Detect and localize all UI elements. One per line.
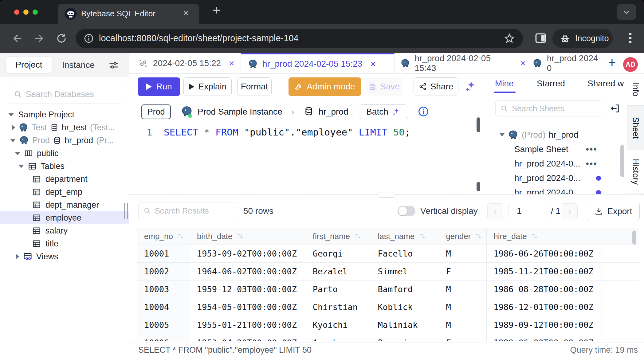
sidebar-resize-handle[interactable]	[124, 203, 128, 219]
bookmark-star-icon[interactable]	[504, 33, 515, 44]
close-tab-icon[interactable]: ×	[370, 59, 376, 69]
editor-scrollbar-thumb-2[interactable]	[477, 182, 480, 191]
url-bar[interactable]: localhost:8080/sql-editor/sheet/project-…	[76, 29, 523, 48]
forward-icon[interactable]	[33, 33, 45, 44]
cell-hire-date[interactable]: 1989-09-12T00:00:00Z	[487, 316, 602, 334]
strip-tab-info[interactable]: Info	[627, 74, 644, 106]
sort-icon[interactable]	[418, 233, 426, 241]
chevron-down-icon[interactable]	[8, 113, 14, 116]
cell-hire-date[interactable]: 1985-11-21T00:00:00Z	[487, 263, 602, 280]
chevron-down-icon[interactable]	[15, 152, 20, 155]
tab-instance[interactable]: Instance	[62, 60, 95, 70]
column-header[interactable]: last_name	[371, 228, 439, 245]
save-button[interactable]: Save	[366, 77, 402, 96]
filter-sliders-icon[interactable]	[108, 60, 119, 71]
cell-hire-date[interactable]: 1989-06-02T00:00:00Z	[487, 334, 602, 341]
search-sheets-box[interactable]	[495, 100, 602, 116]
cell-birth-date[interactable]: 1953-09-02T00:00:00Z	[190, 245, 306, 263]
sheet-tree-database[interactable]: (Prod) hr_prod	[491, 128, 620, 142]
cell-hire-date[interactable]: 1986-06-26T00:00:00Z	[487, 245, 602, 263]
tab-shared[interactable]: Shared w	[587, 79, 624, 88]
reload-icon[interactable]	[56, 33, 67, 44]
search-results-box[interactable]	[138, 202, 237, 219]
sql-code-line[interactable]: SELECT * FROM "public"."employee" LIMIT …	[164, 127, 410, 138]
new-tab-icon[interactable]: +	[213, 2, 221, 18]
cell-first-name[interactable]: Anneke	[306, 334, 371, 341]
cell-gender[interactable]: F	[439, 334, 487, 341]
cell-emp-no[interactable]: 10004	[137, 298, 190, 316]
minimize-window-button[interactable]	[23, 10, 29, 15]
column-header[interactable]: gender	[439, 228, 487, 245]
chevron-down-icon[interactable]	[500, 133, 505, 136]
close-tab-icon[interactable]: ×	[183, 8, 189, 18]
cell-hire-date[interactable]: 1986-12-01T00:00:00Z	[487, 298, 602, 316]
page-input[interactable]: 1	[509, 203, 546, 219]
search-sheets-input[interactable]	[512, 104, 597, 113]
window-controls[interactable]	[14, 10, 38, 15]
sheet-item-3[interactable]: hr_prod 2024-0...	[491, 171, 620, 185]
cell-last-name[interactable]: Preusig	[371, 334, 439, 341]
search-databases-box[interactable]	[8, 85, 121, 104]
url-text[interactable]: localhost:8080/sql-editor/sheet/project-…	[99, 33, 299, 43]
cell-last-name[interactable]: Facello	[371, 245, 439, 263]
cell-gender[interactable]: F	[439, 263, 487, 280]
chevron-down-icon[interactable]	[18, 165, 24, 168]
batch-button[interactable]: Batch	[359, 104, 408, 119]
cell-emp-no[interactable]: 10002	[137, 263, 190, 280]
tree-item-table-department[interactable]: department	[0, 173, 129, 186]
cell-last-name[interactable]: Simmel	[371, 263, 439, 280]
resize-handle[interactable]	[378, 192, 395, 198]
sort-icon[interactable]	[531, 233, 539, 241]
strip-tab-history[interactable]: History	[627, 150, 644, 194]
new-sheet-tab-icon[interactable]: +	[608, 55, 616, 70]
cell-birth-date[interactable]: 1954-05-01T00:00:00Z	[190, 298, 306, 316]
close-window-button[interactable]	[14, 10, 19, 15]
cell-first-name[interactable]: Parto	[306, 280, 371, 298]
browser-menu-icon[interactable]: •••	[629, 32, 632, 44]
tab-search-chevron-icon[interactable]	[617, 4, 636, 20]
cell-emp-no[interactable]: 10001	[137, 245, 190, 263]
side-panel-icon[interactable]	[534, 31, 548, 45]
panel-resize-divider[interactable]	[129, 194, 644, 198]
cell-birth-date[interactable]: 1953-04-20T00:00:00Z	[190, 334, 306, 341]
sort-icon[interactable]	[354, 233, 362, 241]
editor-scrollbar-thumb[interactable]	[477, 117, 480, 132]
sort-icon[interactable]	[236, 233, 244, 241]
back-icon[interactable]	[12, 33, 23, 44]
tree-item-schema-public[interactable]: public	[0, 147, 129, 160]
tab-project[interactable]: Project	[6, 57, 52, 73]
cell-hire-date[interactable]: 1986-08-28T00:00:00Z	[487, 280, 602, 298]
admin-mode-button[interactable]: Admin mode	[289, 77, 361, 96]
more-menu-icon[interactable]: •••	[586, 144, 597, 155]
sort-icon[interactable]	[177, 233, 185, 241]
cell-gender[interactable]: M	[439, 298, 487, 316]
sheets-scrollbar-thumb[interactable]	[620, 145, 624, 177]
close-tab-icon[interactable]: ×	[229, 58, 234, 69]
chevron-right-icon[interactable]	[12, 125, 15, 130]
cell-last-name[interactable]: Bamford	[371, 280, 439, 298]
sheet-tab-adhoc[interactable]: 2024-02-05 15:22 ×	[132, 53, 241, 73]
search-results-input[interactable]	[155, 206, 232, 216]
next-page-button[interactable]: ›	[562, 203, 578, 219]
cell-birth-date[interactable]: 1964-06-02T00:00:00Z	[190, 263, 306, 280]
cell-birth-date[interactable]: 1959-12-03T00:00:00Z	[190, 280, 306, 298]
tree-group-tables[interactable]: Tables	[0, 160, 129, 173]
cell-first-name[interactable]: Kyoichi	[306, 316, 371, 334]
tree-item-project[interactable]: Sample Project	[0, 108, 129, 121]
cell-birth-date[interactable]: 1955-01-21T00:00:00Z	[190, 316, 306, 334]
tree-item-table-employee[interactable]: employee	[0, 211, 129, 224]
explain-button[interactable]: Explain	[183, 77, 232, 96]
vertical-display-toggle[interactable]	[398, 206, 415, 216]
tree-item-table-dept-manager[interactable]: dept_manager	[0, 198, 129, 211]
column-header[interactable]: hire_date	[487, 228, 602, 245]
user-avatar[interactable]: AD	[623, 57, 638, 72]
cell-emp-no[interactable]: 10003	[137, 280, 190, 298]
cell-last-name[interactable]: Maliniak	[371, 316, 439, 334]
sort-icon[interactable]	[474, 233, 482, 241]
column-header[interactable]: emp_no	[137, 228, 190, 245]
chevron-down-icon[interactable]	[10, 139, 16, 142]
breadcrumb-instance[interactable]: Prod Sample Instance	[198, 107, 282, 117]
tab-starred[interactable]: Starred	[537, 79, 565, 88]
format-button[interactable]: Format	[237, 77, 272, 96]
share-button[interactable]: Share	[414, 77, 458, 96]
